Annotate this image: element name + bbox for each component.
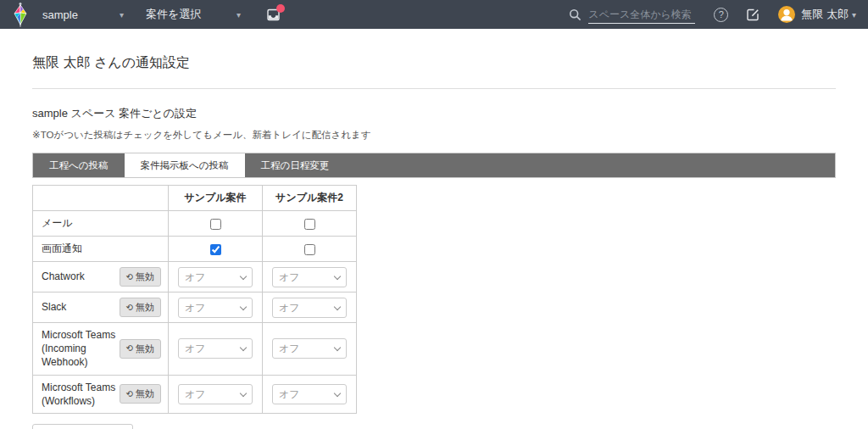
- table-row-teams-webhook: Microsoft Teams (Incoming Webhook) ⟲無効 オ…: [33, 323, 357, 376]
- space-selector-label: sample: [42, 8, 78, 21]
- teams-workflows-select-project2[interactable]: オフ: [272, 384, 347, 404]
- search-input[interactable]: [588, 5, 695, 24]
- slack-select-project2[interactable]: オフ: [272, 298, 347, 318]
- slack-select-project1[interactable]: オフ: [178, 298, 253, 318]
- project-selector-dropdown[interactable]: 案件を選択 ▾: [146, 7, 241, 22]
- row-label: メール: [42, 216, 73, 230]
- project-selector-label: 案件を選択: [146, 7, 201, 22]
- table-row-teams-workflows: Microsoft Teams (Workflows) ⟲無効 オフ オフ: [33, 375, 357, 413]
- feedback-compose-button[interactable]: [747, 8, 760, 21]
- section-title: sample スペース 案件ごとの設定: [32, 106, 836, 121]
- teams-workflows-select-project1[interactable]: オフ: [178, 384, 253, 404]
- tab-process-post[interactable]: 工程への投稿: [33, 153, 125, 177]
- chevron-down-icon: ▾: [852, 10, 856, 20]
- table-row-chatwork: Chatwork ⟲無効 オフ オフ: [33, 262, 357, 292]
- app-logo-icon: [12, 2, 29, 27]
- sync-icon: ⟲: [126, 304, 133, 312]
- table-header-row: サンプル案件 サンプル案件2: [33, 186, 357, 211]
- tab-project-board-post[interactable]: 案件掲示板への投稿: [125, 153, 245, 177]
- sync-icon: ⟲: [126, 390, 133, 398]
- row-label: 画面通知: [42, 242, 82, 255]
- row-label: Microsoft Teams (Workflows): [42, 381, 120, 408]
- chevron-down-icon: ▾: [236, 10, 241, 20]
- column-header-project1: サンプル案件: [169, 186, 263, 211]
- global-search: [569, 5, 695, 24]
- row-label: Chatwork: [42, 270, 85, 283]
- table-row-mail: メール: [33, 211, 357, 237]
- compose-icon: [747, 8, 760, 21]
- teams-workflows-disable-button[interactable]: ⟲無効: [120, 384, 161, 404]
- row-label: Microsoft Teams (Incoming Webhook): [42, 328, 120, 370]
- sync-icon: ⟲: [126, 344, 133, 353]
- help-icon[interactable]: ?: [714, 8, 728, 22]
- user-menu-dropdown[interactable]: 無限 太郎 ▾: [778, 6, 856, 23]
- chevron-down-icon: ▾: [120, 10, 124, 20]
- sync-icon: ⟲: [126, 273, 133, 281]
- chatwork-disable-button[interactable]: ⟲無効: [120, 267, 161, 287]
- mail-checkbox-project1[interactable]: [210, 219, 221, 230]
- to-note-text: ※TOがついた投稿はチェックを外してもメール、新着トレイに配信されます: [32, 129, 836, 142]
- search-icon: [569, 8, 581, 21]
- title-divider: [32, 88, 836, 89]
- notification-settings-table: サンプル案件 サンプル案件2 メール 画面通知 Chatwork ⟲無効: [32, 185, 357, 414]
- notification-badge: [276, 4, 285, 13]
- user-name-label: 無限 太郎: [801, 7, 849, 22]
- row-label: Slack: [42, 300, 66, 314]
- empty-header-cell: [33, 186, 169, 211]
- chatwork-select-project1[interactable]: オフ: [178, 267, 253, 287]
- screen-notify-checkbox-project1[interactable]: [210, 244, 221, 255]
- space-selector-dropdown[interactable]: sample ▾: [42, 8, 124, 21]
- avatar: [778, 6, 795, 23]
- teams-webhook-select-project1[interactable]: オフ: [178, 338, 253, 359]
- tab-schedule-change[interactable]: 工程の日程変更: [245, 153, 346, 177]
- table-row-slack: Slack ⟲無効 オフ オフ: [33, 292, 357, 323]
- teams-webhook-select-project2[interactable]: オフ: [272, 338, 347, 359]
- column-header-project2: サンプル案件2: [263, 186, 357, 211]
- page-title: 無限 太郎 さんの通知設定: [32, 54, 836, 72]
- screen-notify-checkbox-project2[interactable]: [304, 244, 315, 255]
- mail-checkbox-project2[interactable]: [304, 219, 315, 230]
- slack-disable-button[interactable]: ⟲無効: [120, 298, 161, 317]
- notification-tabbar: 工程への投稿 案件掲示板への投稿 工程の日程変更: [32, 153, 836, 178]
- chatwork-select-project2[interactable]: オフ: [272, 267, 347, 287]
- top-navbar: sample ▾ 案件を選択 ▾ ?: [0, 0, 868, 29]
- teams-webhook-disable-button[interactable]: ⟲無効: [120, 339, 161, 359]
- external-service-settings-button[interactable]: 外部サービス設定: [32, 424, 133, 429]
- table-row-screen-notify: 画面通知: [33, 237, 357, 262]
- main-content: 無限 太郎 さんの通知設定 sample スペース 案件ごとの設定 ※TOがつい…: [0, 54, 868, 429]
- notification-inbox-button[interactable]: [266, 8, 281, 22]
